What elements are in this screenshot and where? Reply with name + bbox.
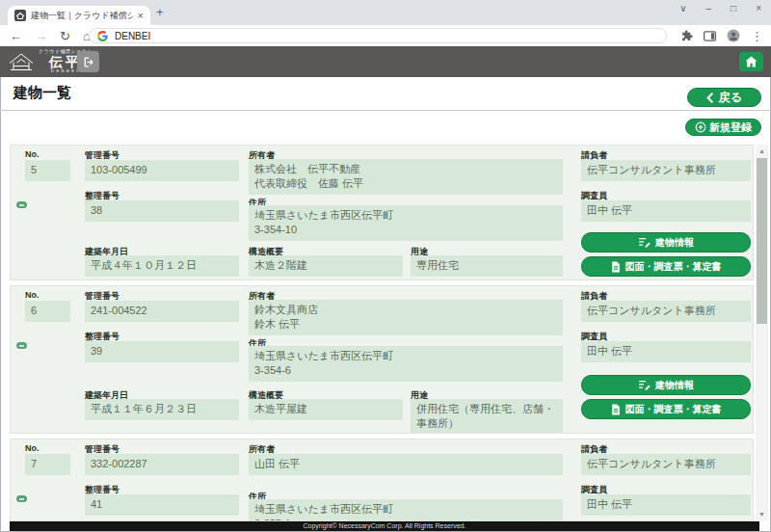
documents-label: 図面・調査票・算定書 [625, 403, 722, 416]
link-pill-icon [16, 342, 27, 349]
logout-button[interactable] [77, 51, 99, 72]
home-icon [745, 56, 758, 67]
back-icon[interactable]: ← [10, 29, 22, 43]
chevron-left-icon [706, 93, 714, 103]
app-header [0, 46, 771, 77]
address-value: 埼玉県さいたま市西区伝平町 3-354-10 [249, 205, 563, 241]
contractor-value: 伝平コンサルタント事務所 [581, 160, 751, 181]
kebab-menu-icon[interactable]: ⋮ [751, 29, 763, 43]
contractor-value: 伝平コンサルタント事務所 [581, 301, 751, 322]
list-edit-icon [638, 237, 651, 248]
list-edit-icon [638, 380, 651, 390]
kanri-value: 332-002287 [85, 454, 239, 475]
browser-titlebar: 建物一覧｜クラウド補償システム 伝 × + ∨ – □ × [0, 0, 771, 25]
profile-avatar[interactable] [727, 29, 740, 42]
side-panel-icon[interactable] [704, 31, 716, 41]
record-card: No. 7 管理番号 332-002287 整理番号 41 所有者 山田 伝平 … [10, 439, 754, 521]
building-info-button[interactable]: 建物情報 [581, 375, 751, 395]
document-icon [611, 404, 621, 415]
logout-icon [82, 56, 94, 68]
address-value: 埼玉県さいたま市西区伝平町 3-354-6 [249, 346, 563, 382]
building-info-label: 建物情報 [655, 236, 694, 250]
structure-value: 木造２階建 [249, 255, 403, 277]
record-card: No. 5 管理番号 103-005499 整理番号 38 建築年月日 平成４年… [10, 145, 754, 280]
address-bar[interactable] [89, 28, 667, 43]
kanri-value: 241-004522 [85, 301, 239, 322]
contractor-value: 伝平コンサルタント事務所 [581, 454, 751, 475]
forward-icon[interactable]: → [35, 29, 47, 43]
link-pill-icon [16, 201, 27, 208]
new-registration-label: 新規登録 [709, 120, 752, 135]
scroll-down-icon[interactable]: ▼ [756, 508, 768, 520]
header-divider [0, 110, 771, 111]
documents-button[interactable]: 図面・調査票・算定書 [581, 256, 751, 277]
google-icon [97, 31, 108, 41]
new-registration-button[interactable]: 新規登録 [685, 119, 761, 136]
surveyor-value: 田中 伝平 [581, 494, 751, 516]
url-input[interactable] [115, 31, 658, 41]
nav-icons: ← → ↻ ⌂ [10, 25, 91, 46]
kenchiku-value: 平成１１年６月２３日 [85, 399, 239, 420]
no-label: No. [25, 290, 40, 300]
kenchiku-value: 平成４年１０月１２日 [85, 255, 239, 277]
document-icon [611, 261, 621, 273]
favicon-icon [14, 10, 26, 21]
scrollbar-thumb[interactable] [757, 158, 767, 324]
toolbar-right: ⋮ [681, 25, 763, 46]
no-value: 6 [25, 301, 70, 322]
logo-house-icon [8, 51, 35, 72]
owner-value: 鈴木文具商店 鈴木 伝平 [249, 300, 563, 335]
structure-value: 木造平屋建 [249, 399, 403, 420]
tab-close-icon[interactable]: × [138, 11, 144, 21]
back-button[interactable]: 戻る [687, 88, 761, 107]
address-value: 埼玉県さいたま市西区伝平町 3-355-1 [249, 499, 563, 521]
browser-window: 建物一覧｜クラウド補償システム 伝 × + ∨ – □ × ← → ↻ ⌂ [0, 0, 771, 532]
surveyor-value: 田中 伝平 [581, 200, 751, 222]
window-menu-icon[interactable]: ∨ [679, 3, 686, 13]
tab-title: 建物一覧｜クラウド補償システム 伝 [31, 10, 133, 22]
seiri-value: 41 [85, 494, 239, 516]
seiri-value: 38 [85, 200, 239, 222]
window-controls: ∨ – □ × [679, 3, 761, 13]
maximize-icon[interactable]: □ [731, 3, 736, 13]
usage-value: 併用住宅（専用住宅、店舗・事務所） [411, 399, 563, 434]
browser-tab[interactable]: 建物一覧｜クラウド補償システム 伝 × [8, 6, 150, 25]
record-card: No. 6 管理番号 241-004522 整理番号 39 建築年月日 平成１１… [10, 285, 754, 434]
app-home-button[interactable] [739, 52, 763, 71]
usage-value: 専用住宅 [411, 255, 563, 277]
reload-icon[interactable]: ↻ [60, 29, 70, 43]
seiri-value: 39 [85, 341, 239, 362]
new-tab-button[interactable]: + [156, 5, 164, 19]
building-info-label: 建物情報 [655, 379, 694, 392]
close-icon[interactable]: × [756, 3, 761, 13]
plus-circle-icon [695, 121, 706, 133]
link-pill-icon [16, 495, 27, 502]
scroll-up-icon[interactable]: ▲ [756, 145, 768, 157]
page-title: 建物一覧 [13, 84, 71, 102]
extensions-icon[interactable] [681, 30, 693, 41]
back-button-label: 戻る [719, 90, 742, 106]
scrollbar: ▲ ▼ [756, 145, 768, 520]
owner-value: 株式会社 伝平不動産 代表取締役 佐藤 伝平 [249, 159, 563, 195]
documents-label: 図面・調査票・算定書 [625, 260, 722, 274]
minimize-icon[interactable]: – [706, 3, 712, 13]
no-value: 7 [25, 454, 70, 475]
no-label: No. [25, 443, 40, 453]
documents-button[interactable]: 図面・調査票・算定書 [581, 399, 751, 419]
no-value: 5 [25, 160, 70, 181]
owner-value: 山田 伝平 [249, 454, 563, 475]
kanri-value: 103-005499 [85, 160, 239, 181]
building-info-button[interactable]: 建物情報 [581, 232, 751, 253]
surveyor-value: 田中 伝平 [581, 341, 751, 362]
footer-copyright: Copyright© NecessaryCom Corp. All Rights… [10, 521, 759, 531]
no-label: No. [25, 149, 40, 159]
